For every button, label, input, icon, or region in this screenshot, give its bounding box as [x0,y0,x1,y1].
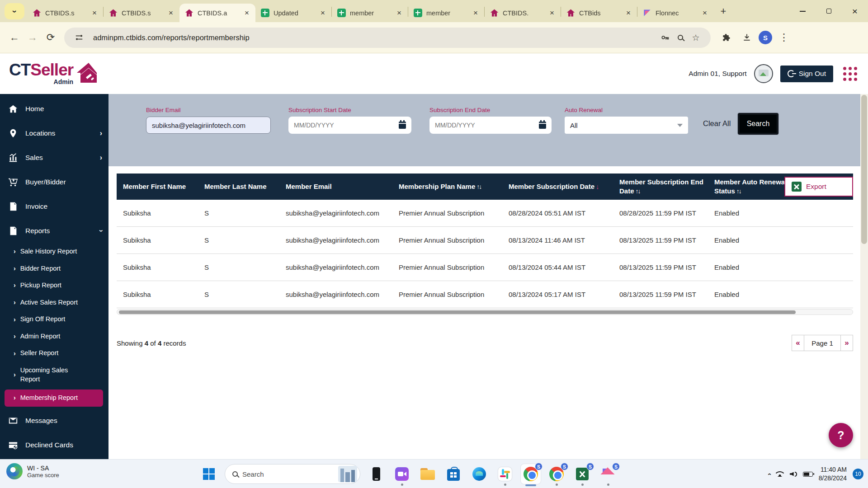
sidebar-item-invoice[interactable]: Invoice [0,194,108,219]
search-highlight-image[interactable] [338,466,357,482]
search-button[interactable]: Search [738,113,778,135]
previous-page-button[interactable]: « [792,335,804,351]
col-member-auto-renewal-status[interactable]: Member Auto Renewal Status↑↓ [708,174,794,200]
slack-icon[interactable] [495,464,515,484]
excel-taskbar-icon[interactable]: S [572,464,592,484]
sidebar-item-pickup-report[interactable]: ›Pickup Report [0,277,108,294]
site-settings-icon[interactable] [71,30,87,45]
browser-menu-kebab-icon[interactable]: ⋮ [775,28,793,47]
sidebar-item-upcoming-sales-report[interactable]: ›Upcoming Sales Report [0,362,93,388]
sidebar-item-membership-report[interactable]: ›Membership Report [5,389,103,407]
back-button[interactable]: ← [5,28,24,47]
wifi-icon[interactable] [776,471,784,477]
file-explorer-icon[interactable] [418,464,438,484]
horizontal-scrollbar-thumb[interactable] [119,310,796,314]
start-button[interactable] [199,464,219,484]
browser-tab[interactable]: member × [332,4,408,22]
sort-desc-icon[interactable]: ↓ [596,183,599,190]
password-key-icon[interactable] [657,30,673,45]
url-text[interactable]: adminpm.ctbids.com/reports/reportmembers… [93,33,657,42]
battery-icon[interactable] [803,472,813,477]
tray-chevron-up-icon[interactable]: › [765,473,773,475]
sign-out-button[interactable]: Sign Out [780,66,833,82]
close-window-button[interactable]: × [842,0,868,22]
edge-icon[interactable] [469,464,489,484]
sidebar-item-home[interactable]: Home [0,97,108,121]
taskbar-clock[interactable]: 11:40 AM 8/28/2024 [819,465,847,483]
weather-widget[interactable]: WI - SA Game score [6,463,59,479]
export-button[interactable]: Export [784,177,853,197]
browser-tab[interactable]: member × [408,4,484,22]
chrome-secondary-icon[interactable]: S [547,464,566,484]
apps-grid-icon[interactable] [843,67,857,81]
zoom-icon[interactable] [673,30,688,45]
browser-tab[interactable]: CTBIDS.s × [27,4,103,22]
col-member-subscription-end-date[interactable]: Member Subscription End Date↑↓ [613,174,708,200]
next-page-button[interactable]: » [840,335,853,351]
refresh-button[interactable]: ⟳ [42,28,60,47]
subscription-end-date-input[interactable] [429,117,552,134]
close-icon[interactable]: × [472,9,480,18]
close-icon[interactable]: × [90,9,99,18]
address-bar[interactable]: adminpm.ctbids.com/reports/reportmembers… [64,28,711,48]
table-row[interactable]: Subiksha S subiksha@yelagiriinfotech.com… [117,254,853,281]
download-icon[interactable] [738,28,756,47]
microsoft-store-icon[interactable] [443,464,463,484]
browser-tab[interactable]: Updated × [255,4,331,22]
sidebar-item-declined-cards[interactable]: Declined Cards [0,433,108,457]
sidebar-item-bidder-report[interactable]: ›Bidder Report [0,260,108,277]
forward-button[interactable]: → [24,28,42,47]
flonnect-taskbar-icon[interactable]: S [598,464,618,484]
close-icon[interactable]: × [624,9,632,18]
extensions-icon[interactable] [717,28,735,47]
sidebar-item-seller-report[interactable]: ›Seller Report [0,345,108,362]
sidebar-item-reports[interactable]: Reports › [0,219,108,243]
close-icon[interactable]: × [167,9,175,18]
sort-icon[interactable]: ↑↓ [476,183,481,190]
close-icon[interactable]: × [243,9,251,18]
sidebar-item-active-sales-report[interactable]: ›Active Sales Report [0,294,108,311]
browser-tab[interactable]: Flonnec × [637,4,713,22]
browser-tab[interactable]: CTBIDS.s × [104,4,179,22]
sidebar-item-sign-off-report[interactable]: ›Sign Off Report [0,311,108,328]
sort-icon[interactable]: ↑↓ [736,188,741,195]
sidebar-item-admin-report[interactable]: ›Admin Report [0,328,108,345]
horizontal-scrollbar[interactable] [117,309,853,315]
subscription-start-date-input[interactable] [288,117,411,134]
clipchamp-icon[interactable] [392,464,412,484]
sidebar-item-messages[interactable]: Messages [0,408,108,433]
close-icon[interactable]: × [701,9,709,18]
phone-link-icon[interactable] [366,464,386,484]
calendar-icon[interactable] [399,122,406,129]
close-icon[interactable]: × [319,9,327,18]
sidebar-item-sale-history-report[interactable]: ›Sale History Report [0,243,108,260]
user-avatar[interactable] [754,64,773,83]
volume-icon[interactable] [790,472,797,477]
maximize-button[interactable] [816,0,842,22]
browser-tab-active[interactable]: CTBIDS.a × [179,4,255,22]
table-row[interactable]: Subiksha S subiksha@yelagiriinfotech.com… [117,281,853,308]
col-membership-plan-name[interactable]: Membership Plan Name↑↓ [392,178,502,195]
col-member-email[interactable]: Member Email [279,178,392,195]
minimize-button[interactable] [789,0,816,22]
help-button[interactable]: ? [829,423,853,447]
notification-count-badge[interactable]: 10 [853,469,863,479]
new-tab-button[interactable]: + [716,4,731,19]
col-member-last-name[interactable]: Member Last Name [198,178,279,195]
sidebar-item-sales[interactable]: Sales › [0,145,108,170]
clear-all-button[interactable]: Clear All [703,119,731,128]
browser-profile-avatar[interactable]: S [759,31,772,44]
vertical-scrollbar[interactable] [860,94,868,459]
close-icon[interactable]: × [548,9,556,18]
bookmark-star-icon[interactable]: ☆ [688,30,703,45]
tab-search-button[interactable]: › [5,3,24,19]
table-row[interactable]: Subiksha S subiksha@yelagiriinfotech.com… [117,227,853,254]
auto-renewal-select[interactable]: All [565,117,688,134]
sidebar-item-locations[interactable]: Locations › [0,121,108,145]
chrome-active-icon[interactable]: S [521,464,541,484]
taskbar-search[interactable]: Search [225,464,360,484]
vertical-scrollbar-thumb[interactable] [861,95,867,244]
sort-icon[interactable]: ↑↓ [636,188,640,195]
close-icon[interactable]: × [395,9,403,18]
table-row[interactable]: Subiksha S subiksha@yelagiriinfotech.com… [117,200,853,227]
